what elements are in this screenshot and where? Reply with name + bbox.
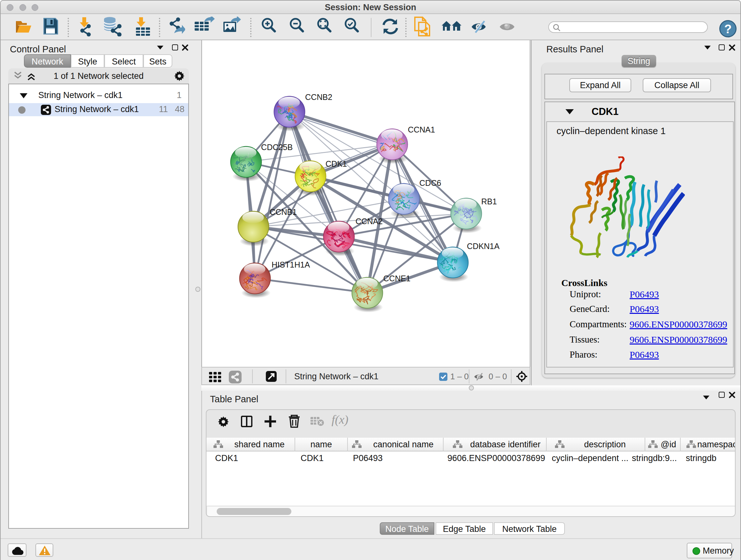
svg-text:CDC6: CDC6 xyxy=(419,179,441,187)
svg-text:CDK1: CDK1 xyxy=(326,159,347,168)
svg-text:CCNA2: CCNA2 xyxy=(355,217,383,226)
svg-text:HIST1H1A: HIST1H1A xyxy=(272,260,310,269)
svg-text:CCNA1: CCNA1 xyxy=(408,125,435,134)
svg-text:CCNB2: CCNB2 xyxy=(305,92,332,102)
svg-text:CCNE1: CCNE1 xyxy=(383,274,410,283)
svg-text:CDKN1A: CDKN1A xyxy=(467,242,499,251)
svg-text:CDC25B: CDC25B xyxy=(261,143,293,152)
svg-text:RB1: RB1 xyxy=(481,197,497,206)
svg-text:CCNB1: CCNB1 xyxy=(270,207,297,216)
